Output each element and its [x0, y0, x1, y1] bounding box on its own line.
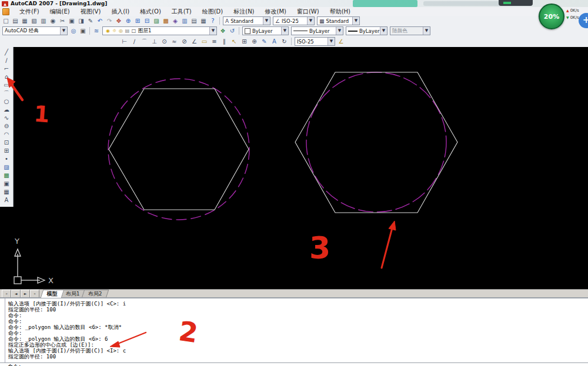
chevron-down-icon[interactable]: ▼	[281, 27, 288, 35]
tab-layout2[interactable]: 布局2	[81, 290, 108, 298]
layer-previous-icon[interactable]: ↺	[228, 27, 237, 35]
quick-dim-icon[interactable]: ▭	[199, 38, 209, 46]
tab-nav-next-button[interactable]: ►	[21, 290, 30, 298]
dim-continue-icon[interactable]: ∥	[219, 38, 229, 46]
command-window[interactable]: 输入选项 [内接于圆(I)/外切于圆(C)] <C>: i 指定圆的半径: 10…	[0, 297, 588, 362]
dim-ordinate-icon[interactable]: ⊥	[149, 38, 159, 46]
dim-radius-icon[interactable]: ⊙	[159, 38, 169, 46]
ellipse-icon[interactable]: ⊖	[1, 122, 13, 130]
menu-tools[interactable]: 工具(T)	[166, 8, 197, 16]
menu-draw[interactable]: 绘图(D)	[197, 8, 229, 16]
lineweight-dropdown[interactable]: ByLayer ▼	[346, 26, 387, 35]
undo-icon[interactable]: ↶	[95, 17, 105, 25]
make-block-icon[interactable]: ⊞	[1, 147, 13, 155]
drawing-canvas[interactable]	[0, 47, 588, 289]
layer-lock-icon[interactable]: ◎	[118, 28, 124, 33]
text-style-dropdown[interactable]: A Standard ▼	[223, 16, 270, 25]
dim-text-edit-icon[interactable]: A	[269, 38, 279, 46]
table-style-dropdown[interactable]: ▦ Standard ▼	[317, 16, 360, 25]
open-icon[interactable]: ▤	[11, 17, 20, 25]
dim-aligned-icon[interactable]: ∕	[129, 38, 139, 46]
revcloud-icon[interactable]: ☁	[1, 106, 13, 114]
menu-file[interactable]: 文件(F)	[14, 8, 45, 16]
zoom-window-icon[interactable]: ⊞	[133, 17, 142, 25]
paste-icon[interactable]: ◨	[76, 17, 86, 25]
dim-style-icon[interactable]: ∠	[336, 38, 346, 46]
command-prompt[interactable]: 命令:	[0, 362, 588, 366]
publish-icon[interactable]: ◉	[48, 17, 58, 25]
rectangle-icon[interactable]: ▭	[1, 81, 13, 89]
new-icon[interactable]: □	[1, 17, 11, 25]
dim-baseline-icon[interactable]: ≡	[209, 38, 219, 46]
line-icon[interactable]: ╱	[1, 48, 13, 56]
tab-nav-first-button[interactable]: «	[2, 290, 11, 298]
sheet-set-manager-icon[interactable]: ▨	[152, 17, 161, 25]
menu-edit[interactable]: 编辑(E)	[45, 8, 75, 16]
polygon-icon[interactable]: ⌂	[1, 73, 13, 81]
markup-set-manager-icon[interactable]: ▩	[161, 17, 171, 25]
linetype-dropdown[interactable]: ByLayer ▼	[291, 26, 343, 35]
pan-icon[interactable]: ✥	[114, 17, 123, 25]
calculator-icon[interactable]: ▦	[199, 17, 208, 25]
tab-nav-prev-button[interactable]: ◄	[11, 290, 21, 298]
dim-linear-icon[interactable]: ⊢	[119, 38, 129, 46]
insert-block-icon[interactable]: ⊡	[1, 139, 13, 147]
region-icon[interactable]: ▣	[1, 180, 13, 188]
circle-icon[interactable]: ○	[1, 98, 13, 106]
arc-icon[interactable]: ⌒	[1, 89, 13, 98]
workspace-dropdown[interactable]: AutoCAD 经典 ▼	[2, 26, 68, 35]
properties-icon[interactable]: ▤	[189, 17, 199, 25]
center-mark-icon[interactable]: ⊕	[249, 38, 259, 46]
color-dropdown[interactable]: ByLayer ▼	[242, 26, 289, 35]
tolerance-icon[interactable]: ⊞	[239, 38, 249, 46]
match-properties-icon[interactable]: ✎	[86, 17, 95, 25]
save-icon[interactable]: ▦	[20, 17, 29, 25]
point-icon[interactable]: •	[1, 155, 13, 163]
cut-icon[interactable]: ✂	[58, 17, 67, 25]
menu-format[interactable]: 格式(O)	[135, 8, 166, 16]
copy-icon[interactable]: ▣	[67, 17, 76, 25]
workspace-settings-icon[interactable]: ◎	[69, 27, 78, 35]
chevron-down-icon[interactable]: ▼	[328, 38, 335, 45]
speed-widget-badge[interactable]: 20%	[539, 4, 564, 29]
plot-preview-icon[interactable]: ▥	[39, 17, 48, 25]
zoom-realtime-icon[interactable]: ⊕	[123, 17, 133, 25]
table-icon[interactable]: ▦	[1, 188, 13, 196]
spline-icon[interactable]: ∿	[1, 114, 13, 122]
dim-style-toolbar-dropdown[interactable]: ISO-25 ▼	[295, 37, 335, 46]
chevron-down-icon[interactable]: ▼	[307, 17, 314, 25]
layer-freeze-icon[interactable]: ☼	[111, 28, 118, 33]
layer-dropdown[interactable]: ◉☼◎▤□ 图层1 ▼	[102, 26, 217, 35]
chevron-down-icon[interactable]: ▼	[336, 27, 343, 35]
menu-insert[interactable]: 插入(I)	[106, 8, 135, 16]
menu-dimension[interactable]: 标注(N)	[228, 8, 259, 16]
construction-line-icon[interactable]: ∕	[1, 56, 13, 65]
designcenter-icon[interactable]: ◈	[171, 17, 180, 25]
dim-jogged-icon[interactable]: ≈	[169, 38, 179, 46]
zoom-previous-icon[interactable]: ⊟	[142, 17, 152, 25]
make-object-layer-current-icon[interactable]: ❖	[218, 27, 228, 35]
tab-nav-last-button[interactable]: »	[30, 290, 39, 298]
chevron-down-icon[interactable]: ▼	[209, 27, 216, 35]
dim-edit-icon[interactable]: ✎	[259, 38, 269, 46]
dim-angular-icon[interactable]: ∠	[189, 38, 199, 46]
chevron-down-icon[interactable]: ▼	[352, 17, 359, 25]
chevron-down-icon[interactable]: ▼	[380, 27, 387, 35]
dim-diameter-icon[interactable]: ⊘	[179, 38, 189, 46]
menu-view[interactable]: 视图(V)	[75, 8, 106, 16]
dim-style-dropdown[interactable]: ∠ ISO-25 ▼	[273, 16, 315, 25]
tool-palettes-icon[interactable]: ▥	[180, 17, 189, 25]
tab-model[interactable]: 模型	[41, 290, 65, 298]
layer-plot-icon[interactable]: ▤	[124, 28, 131, 33]
redo-icon[interactable]: ↷	[105, 17, 114, 25]
dim-update-icon[interactable]: ↻	[279, 38, 289, 46]
workspace-save-icon[interactable]: ▣	[78, 27, 88, 35]
polyline-icon[interactable]: ⌐	[1, 65, 13, 73]
dim-arc-length-icon[interactable]: ⌒	[139, 38, 149, 46]
chevron-down-icon[interactable]: ▼	[263, 17, 270, 25]
hatch-icon[interactable]: ▨	[1, 163, 13, 172]
help-icon[interactable]: ?	[208, 17, 218, 25]
gradient-icon[interactable]: ▩	[1, 172, 13, 180]
ellipse-arc-icon[interactable]: ◠	[1, 130, 13, 139]
mtext-icon[interactable]: A	[1, 196, 13, 204]
